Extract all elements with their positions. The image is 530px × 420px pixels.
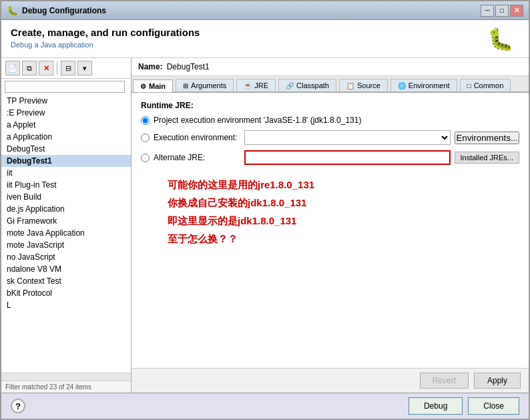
jre-tab-content: Runtime JRE: Project execution environme… (131, 93, 529, 368)
filter-status: Filter matched 23 of 24 items (1, 381, 131, 393)
annotation-text: 可能你的这里是用的jre1.8.0_131 你换成自己安装的jdk1.8.0_1… (168, 176, 519, 248)
tab-arguments[interactable]: ⊞Arguments (176, 79, 234, 91)
tab-label-environment: Environment (409, 81, 450, 89)
alternate-jre-label: Alternate JRE: (154, 153, 240, 162)
annotation-line-3: 即这里显示的是jdk1.8.0_131 (168, 212, 519, 230)
tab-common[interactable]: □Common (460, 79, 511, 91)
tab-label-classpath: Classpath (296, 81, 329, 89)
annotation-line-1: 可能你的这里是用的jre1.8.0_131 (168, 176, 519, 194)
tree-item[interactable]: de.js Application (1, 203, 131, 215)
tree-item[interactable]: Gi Framework (1, 215, 131, 227)
tab-jre[interactable]: ☕JRE (236, 79, 276, 91)
exec-env-radio[interactable] (141, 134, 150, 142)
bottom-bar: Revert Apply (131, 368, 529, 393)
tree-item[interactable]: iit Plug-in Test (1, 179, 131, 191)
tab-main[interactable]: ⚙Main (133, 79, 173, 92)
new-config-button[interactable]: 📄 (5, 61, 20, 75)
annotation-line-2: 你换成自己安装的jdk1.8.0_131 (168, 194, 519, 212)
tree-item[interactable]: a Application (1, 131, 131, 143)
left-toolbar: 📄 ⧉ ✕ ⊟ ▾ (1, 58, 131, 79)
header-section: Create, manage, and run configurations D… (1, 20, 529, 58)
tab-icon-source: 📋 (346, 82, 354, 89)
tree-item[interactable]: DebugTest (1, 143, 131, 155)
tabs-bar: ⚙Main⊞Arguments☕JRE🔗Classpath📋Source🌐Env… (131, 76, 529, 93)
alternate-jre-row: Alternate JRE: Installed JREs... (141, 150, 519, 165)
tab-classpath[interactable]: 🔗Classpath (278, 79, 336, 91)
title-buttons: ─ □ ✕ (481, 5, 523, 17)
tab-icon-jre: ☕ (244, 82, 252, 89)
tab-source[interactable]: 📋Source (339, 79, 388, 91)
footer-left: ? (11, 397, 25, 415)
content-area: 📄 ⧉ ✕ ⊟ ▾ TP Preview:E Previewa Appleta … (1, 58, 529, 393)
apply-button[interactable]: Apply (474, 373, 521, 389)
tree-item[interactable]: TP Preview (1, 95, 131, 107)
tree-item[interactable]: sk Context Test (1, 275, 131, 287)
tab-label-jre: JRE (254, 81, 268, 89)
tab-icon-arguments: ⊞ (183, 82, 188, 89)
tree-item[interactable]: ndalone V8 VM (1, 263, 131, 275)
right-panel: Name: DebugTest1 ⚙Main⊞Arguments☕JRE🔗Cla… (131, 58, 529, 393)
window-icon: 🐛 (7, 5, 18, 16)
toolbar-separator (57, 61, 57, 75)
tab-icon-classpath: 🔗 (286, 82, 294, 89)
alternate-jre-input[interactable] (244, 150, 451, 165)
exec-env-dropdown[interactable] (244, 130, 451, 145)
close-window-button[interactable]: ✕ (510, 5, 523, 17)
tree-item[interactable]: bKit Protocol (1, 287, 131, 299)
delete-config-button[interactable]: ✕ (39, 61, 53, 75)
header-title: Create, manage, and run configurations (11, 27, 200, 38)
revert-button[interactable]: Revert (420, 373, 469, 389)
debug-button[interactable]: Debug (409, 397, 463, 415)
project-env-row: Project execution environment 'JavaSE-1.… (141, 116, 519, 125)
tab-label-main: Main (149, 82, 166, 90)
minimize-button[interactable]: ─ (481, 5, 494, 17)
tree-item[interactable]: L (1, 299, 131, 311)
search-input[interactable] (5, 81, 125, 93)
help-button[interactable]: ? (11, 399, 25, 413)
alternate-jre-radio[interactable] (141, 154, 150, 162)
tree-item[interactable]: DebugTest1 (1, 155, 131, 167)
collapse-button[interactable]: ⊟ (61, 61, 75, 75)
debug-configurations-window: 🐛 Debug Configurations ─ □ ✕ Create, man… (0, 0, 530, 420)
search-area (1, 79, 131, 95)
copy-config-button[interactable]: ⧉ (22, 61, 37, 75)
exec-env-row: Execution environment: Environments... (141, 130, 519, 145)
tree-item[interactable]: no JavaScript (1, 251, 131, 263)
tab-label-arguments: Arguments (191, 81, 226, 89)
runtime-jre-label: Runtime JRE: (141, 101, 519, 110)
tree-item[interactable]: iit (1, 167, 131, 179)
tree-item[interactable]: :E Preview (1, 107, 131, 119)
project-env-label: Project execution environment 'JavaSE-1.… (154, 116, 361, 125)
horizontal-scrollbar[interactable] (1, 373, 131, 381)
installed-jres-button[interactable]: Installed JREs... (455, 152, 519, 164)
project-env-radio[interactable] (141, 116, 150, 125)
title-bar: 🐛 Debug Configurations ─ □ ✕ (1, 1, 529, 20)
window-title: Debug Configurations (22, 6, 106, 15)
exec-env-label: Execution environment: (154, 133, 240, 142)
more-menu-button[interactable]: ▾ (77, 61, 92, 75)
tab-icon-environment: 🌐 (398, 82, 406, 89)
tree-item[interactable]: a Applet (1, 119, 131, 131)
title-bar-left: 🐛 Debug Configurations (7, 5, 106, 16)
footer-bar: ? Debug Close (1, 393, 529, 419)
tree-item[interactable]: iven Build (1, 191, 131, 203)
header-subtitle: Debug a Java application (11, 41, 200, 49)
tab-icon-common: □ (467, 82, 471, 89)
left-panel: 📄 ⧉ ✕ ⊟ ▾ TP Preview:E Previewa Appleta … (1, 58, 131, 393)
tab-icon-main: ⚙ (140, 83, 146, 90)
bug-logo: 🐛 (487, 27, 514, 52)
tree-list: TP Preview:E Previewa Appleta Applicatio… (1, 95, 131, 373)
tree-item[interactable]: mote JavaScript (1, 239, 131, 251)
name-bar: Name: DebugTest1 (131, 58, 529, 76)
close-button[interactable]: Close (468, 397, 519, 415)
name-value: DebugTest1 (167, 62, 210, 71)
tree-item[interactable]: mote Java Application (1, 227, 131, 239)
maximize-button[interactable]: □ (495, 5, 509, 17)
tab-environment[interactable]: 🌐Environment (390, 79, 457, 91)
environments-button[interactable]: Environments... (455, 132, 519, 144)
tab-label-source: Source (357, 81, 380, 89)
annotation-line-4: 至于怎么换？？ (168, 230, 519, 248)
name-label: Name: (138, 62, 163, 71)
tab-label-common: Common (474, 81, 504, 89)
